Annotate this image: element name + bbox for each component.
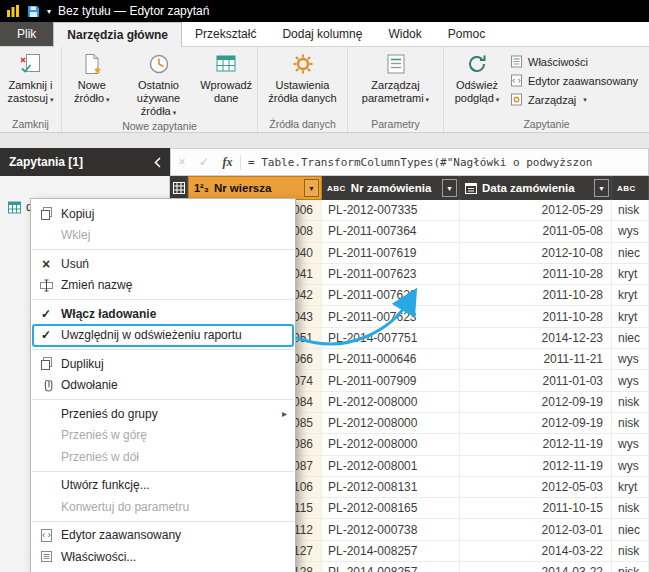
save-icon[interactable] (27, 5, 40, 18)
table-cell[interactable]: niec (612, 243, 649, 263)
table-cell[interactable]: PL-2014-007751 (322, 328, 460, 348)
table-cell[interactable]: wys (612, 221, 649, 241)
table-cell[interactable]: 2012-03-01 (460, 519, 612, 539)
quick-access-dropdown-icon[interactable]: ▾ (47, 7, 51, 16)
table-cell[interactable]: 2011-10-28 (460, 306, 612, 326)
close-apply-button[interactable]: Zamknij i zastosuj▾ (4, 50, 57, 105)
table-cell[interactable]: PL-2011-007623 (322, 264, 460, 284)
table-cell[interactable]: 2011-05-08 (460, 221, 612, 241)
table-cell[interactable]: PL-2012-008001 (322, 456, 460, 476)
enter-data-button[interactable]: Wprowadź dane (199, 50, 253, 105)
menu-item-move-down[interactable]: Przenieś w dół (31, 446, 295, 468)
column-filter-dropdown-icon[interactable]: ▼ (304, 179, 319, 197)
table-cell[interactable]: PL-2011-007623 (322, 306, 460, 326)
table-cell[interactable]: kryt (612, 477, 649, 497)
tab-pomoc[interactable]: Pomoc (435, 22, 498, 46)
table-cell[interactable]: PL-2012-008131 (322, 477, 460, 497)
table-cell[interactable]: PL-2011-007364 (322, 221, 460, 241)
table-cell[interactable]: 2011-11-21 (460, 349, 612, 369)
table-cell[interactable]: 2012-09-19 (460, 413, 612, 433)
table-cell[interactable]: nisk (612, 562, 649, 572)
menu-item-duplicate[interactable]: Duplikuj (31, 353, 295, 375)
table-cell[interactable]: kryt (612, 264, 649, 284)
table-cell[interactable]: kryt (612, 285, 649, 305)
table-cell[interactable]: PL-2014-008257 (322, 562, 460, 572)
data-source-settings-button[interactable]: Ustawienia źródła danych (264, 50, 342, 105)
menu-item-reference[interactable]: Odwołanie (31, 375, 295, 397)
column-filter-dropdown-icon[interactable]: ▼ (442, 179, 457, 197)
formula-commit-icon[interactable]: ✓ (193, 155, 215, 169)
table-cell[interactable]: PL-2014-008257 (322, 541, 460, 561)
table-cell[interactable]: wys (612, 349, 649, 369)
table-cell[interactable]: PL-2011-007623 (322, 285, 460, 305)
table-cell[interactable]: PL-2012-008165 (322, 498, 460, 518)
table-cell[interactable]: nisk (612, 413, 649, 433)
menu-item-rename[interactable]: Zmień nazwę (31, 275, 295, 297)
tab-plik[interactable]: Plik (0, 22, 53, 46)
menu-item-move-up[interactable]: Przenieś w górę (31, 425, 295, 447)
table-cell[interactable]: 2011-10-28 (460, 285, 612, 305)
formula-input[interactable]: = Table.TransformColumnTypes(#"Nagłówki … (241, 156, 648, 169)
table-cell[interactable]: 2012-09-19 (460, 392, 612, 412)
menu-item-delete[interactable]: ×Usuń (31, 253, 295, 275)
formula-cancel-icon[interactable]: × (171, 155, 193, 169)
table-cell[interactable]: 2012-05-29 (460, 200, 612, 220)
table-cell[interactable]: 2011-10-15 (460, 498, 612, 518)
menu-item-create-function[interactable]: Utwórz funkcję... (31, 475, 295, 497)
tab-dodaj-kolumne[interactable]: Dodaj kolumnę (269, 22, 375, 46)
table-cell[interactable]: 2012-11-19 (460, 456, 612, 476)
menu-item-enable-load[interactable]: ✓Włącz ładowanie (31, 303, 295, 325)
table-cell[interactable]: 2012-10-08 (460, 243, 612, 263)
table-cell[interactable]: PL-2012-000738 (322, 519, 460, 539)
tab-widok[interactable]: Widok (375, 22, 434, 46)
table-cell[interactable]: PL-2012-008000 (322, 413, 460, 433)
table-cell[interactable]: PL-2012-008000 (322, 434, 460, 454)
table-cell[interactable]: PL-2011-007909 (322, 370, 460, 390)
menu-item-properties[interactable]: Właściwości... (31, 546, 295, 568)
column-header-data-zamowienia[interactable]: Data zamówienia ▼ (460, 176, 612, 200)
tab-narzedzia-glowne[interactable]: Narzędzia główne (53, 22, 182, 47)
table-cell[interactable]: 2012-11-19 (460, 434, 612, 454)
advanced-editor-button[interactable]: Edytor zaawansowany (506, 71, 642, 90)
column-header-partial[interactable]: ABC (612, 176, 649, 200)
table-cell[interactable]: nisk (612, 392, 649, 412)
menu-item-copy[interactable]: Kopiuj (31, 203, 295, 225)
table-cell[interactable]: niec (612, 519, 649, 539)
table-corner-cell[interactable] (170, 176, 188, 200)
table-cell[interactable]: 2012-05-03 (460, 477, 612, 497)
table-cell[interactable]: nisk (612, 200, 649, 220)
table-cell[interactable]: nisk (612, 541, 649, 561)
column-header-nr-wiersza[interactable]: 1²₃ Nr wiersza ▼ (188, 176, 322, 200)
menu-item-move-to-group[interactable]: Przenieś do grupy▸ (31, 403, 295, 425)
table-cell[interactable]: niec (612, 328, 649, 348)
table-cell[interactable]: 2014-03-22 (460, 562, 612, 572)
table-cell[interactable]: 2011-01-03 (460, 370, 612, 390)
table-cell[interactable]: PL-2011-007619 (322, 243, 460, 263)
table-cell[interactable]: 2014-12-23 (460, 328, 612, 348)
new-source-button[interactable]: Nowe źródło▾ (66, 50, 118, 105)
table-cell[interactable]: wys (612, 434, 649, 454)
column-header-nr-zamowienia[interactable]: ABC Nr zamówienia ▼ (322, 176, 460, 200)
table-cell[interactable]: wys (612, 456, 649, 476)
table-cell[interactable]: PL-2012-008000 (322, 392, 460, 412)
menu-item-paste[interactable]: Wklej (31, 225, 295, 247)
menu-separator (32, 299, 294, 300)
menu-item-advanced-editor[interactable]: Edytor zaawansowany (31, 525, 295, 547)
recent-sources-button[interactable]: Ostatnio używane źródła▾ (118, 50, 200, 119)
column-filter-dropdown-icon[interactable]: ▼ (594, 179, 609, 197)
table-cell[interactable]: kryt (612, 306, 649, 326)
manage-button[interactable]: Zarządzaj ▾ (506, 90, 642, 109)
table-cell[interactable]: PL-2011-000646 (322, 349, 460, 369)
menu-item-include-in-report-refresh[interactable]: ✓Uwzględnij w odświeżeniu raportu (31, 325, 295, 347)
chevron-left-icon[interactable] (154, 157, 161, 168)
table-cell[interactable]: 2014-03-22 (460, 541, 612, 561)
table-cell[interactable]: nisk (612, 498, 649, 518)
refresh-preview-button[interactable]: Odśwież podgląd▾ (448, 50, 506, 105)
menu-item-convert-to-parameter[interactable]: Konwertuj do parametru (31, 496, 295, 518)
table-cell[interactable]: wys (612, 370, 649, 390)
manage-parameters-button[interactable]: Zarządzaj parametrami▾ (354, 50, 438, 105)
properties-button[interactable]: Właściwości (506, 52, 642, 71)
table-cell[interactable]: 2011-10-28 (460, 264, 612, 284)
table-cell[interactable]: PL-2012-007335 (322, 200, 460, 220)
tab-przeksztalc[interactable]: Przekształć (182, 22, 269, 46)
